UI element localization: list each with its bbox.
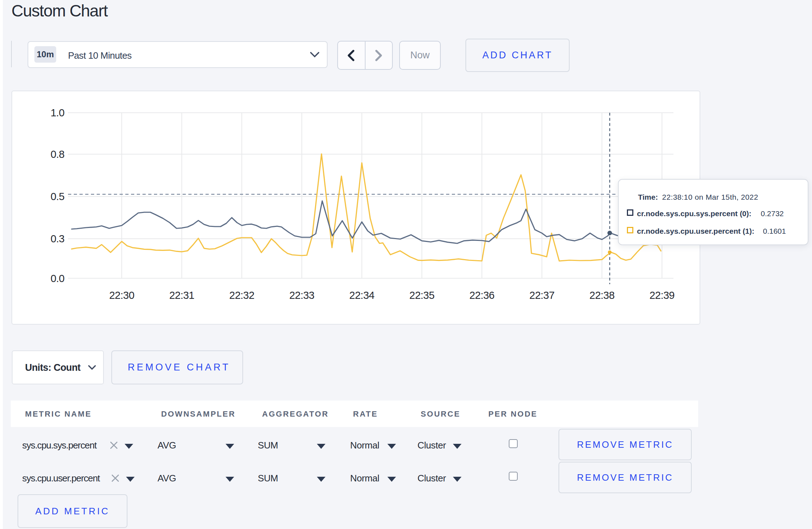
svg-text:1.0: 1.0	[50, 107, 64, 118]
svg-text:22:38: 22:38	[589, 290, 614, 301]
svg-text:22:31: 22:31	[169, 290, 194, 301]
svg-text:22:39: 22:39	[649, 290, 675, 301]
svg-text:0.3: 0.3	[50, 233, 64, 244]
svg-text:22:36: 22:36	[469, 290, 494, 301]
svg-text:0.5: 0.5	[50, 191, 64, 202]
svg-text:22:37: 22:37	[530, 290, 555, 301]
svg-text:22:35: 22:35	[409, 290, 434, 301]
svg-text:0.0: 0.0	[50, 273, 64, 284]
svg-text:22:33: 22:33	[289, 290, 314, 301]
svg-text:22:30: 22:30	[109, 290, 134, 301]
svg-text:0.8: 0.8	[50, 149, 64, 160]
svg-text:22:34: 22:34	[349, 290, 374, 301]
svg-text:22:32: 22:32	[229, 290, 254, 301]
